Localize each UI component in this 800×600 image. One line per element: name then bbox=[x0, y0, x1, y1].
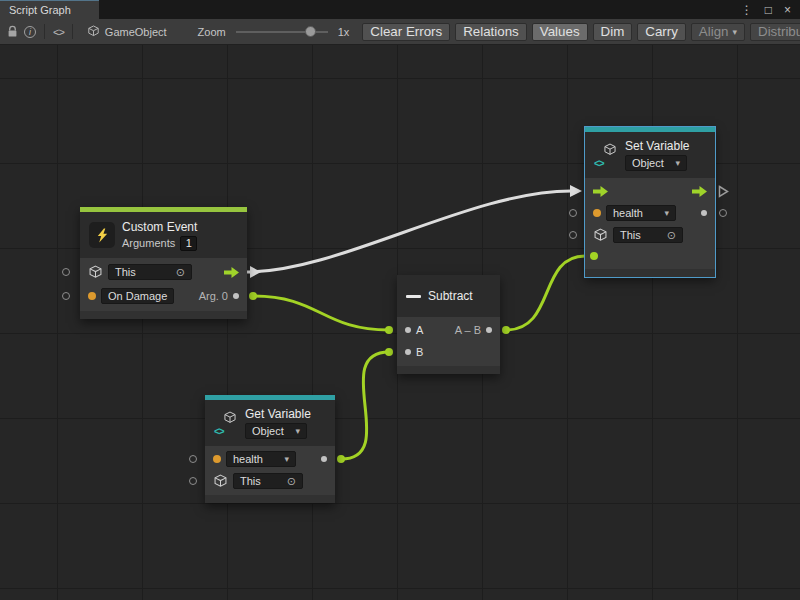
port-getvariable-value-out[interactable] bbox=[337, 455, 345, 463]
set-variable-name-row: health ▾ bbox=[585, 202, 715, 224]
flow-in-port-icon[interactable] bbox=[593, 186, 608, 197]
get-variable-header[interactable]: <> Get Variable Object ▾ bbox=[205, 400, 335, 446]
lock-icon[interactable] bbox=[6, 25, 19, 38]
port-subtract-a-in[interactable] bbox=[385, 326, 393, 334]
string-port-icon[interactable] bbox=[593, 209, 601, 217]
toolbar-separator bbox=[72, 24, 73, 39]
flow-out-port-icon[interactable] bbox=[224, 267, 239, 278]
relations-button[interactable]: Relations bbox=[455, 23, 527, 41]
a-port-icon[interactable] bbox=[405, 327, 411, 333]
node-footer bbox=[397, 366, 500, 374]
graph-canvas[interactable]: Custom Event Arguments 1 This ⊙ bbox=[0, 45, 800, 600]
chevron-down-icon: ▾ bbox=[664, 208, 669, 218]
subtract-row-a: A A – B bbox=[397, 319, 500, 341]
scope-value: Object bbox=[252, 425, 284, 437]
flow-arrowhead-end bbox=[570, 185, 582, 197]
variable-icon: <> bbox=[594, 143, 618, 167]
align-button[interactable]: Align ▾ bbox=[691, 23, 745, 41]
port-arg0-out[interactable] bbox=[249, 292, 257, 300]
target-value: This bbox=[240, 475, 261, 487]
node-get-variable[interactable]: <> Get Variable Object ▾ health ▾ bbox=[205, 395, 335, 503]
string-port-icon[interactable] bbox=[213, 455, 221, 463]
port-subtract-result-out[interactable] bbox=[502, 326, 510, 334]
result-port-icon[interactable] bbox=[486, 327, 492, 333]
port-customevent-name-in[interactable] bbox=[62, 292, 70, 300]
port-setvariable-flow-out[interactable] bbox=[718, 185, 729, 198]
scope-value: Object bbox=[632, 157, 664, 169]
port-getvariable-target-in[interactable] bbox=[189, 477, 197, 485]
distribute-button[interactable]: Distribute ▾ bbox=[750, 23, 800, 41]
distribute-label: Distribute bbox=[758, 24, 800, 39]
subtract-icon bbox=[406, 295, 421, 298]
zoom-slider-handle[interactable] bbox=[305, 26, 316, 37]
gameobject-icon bbox=[87, 25, 100, 38]
graph-toolbar: i <> GameObject Zoom 1x Clear Errors Rel… bbox=[0, 19, 800, 45]
node-title: Custom Event bbox=[122, 220, 197, 234]
value-out-port-icon[interactable] bbox=[701, 210, 707, 216]
target-field[interactable]: This ⊙ bbox=[108, 264, 192, 280]
carry-button[interactable]: Carry bbox=[637, 23, 686, 41]
target-picker-icon[interactable]: ⊙ bbox=[287, 476, 296, 486]
window-menu-icon[interactable]: ⋮ bbox=[741, 3, 753, 17]
variable-name-value: health bbox=[613, 207, 643, 219]
string-port-icon[interactable] bbox=[88, 292, 96, 300]
arguments-count-field[interactable]: 1 bbox=[180, 236, 197, 251]
port-subtract-b-in[interactable] bbox=[385, 348, 393, 356]
wire-value-arg0-subtractA[interactable] bbox=[253, 296, 389, 330]
zoom-value: 1x bbox=[338, 26, 350, 38]
custom-event-icon bbox=[89, 222, 115, 248]
gameobject-label[interactable]: GameObject bbox=[105, 26, 167, 38]
target-picker-icon[interactable]: ⊙ bbox=[667, 230, 676, 240]
target-picker-icon[interactable]: ⊙ bbox=[176, 267, 185, 277]
wire-value-subtract-setvariable[interactable] bbox=[506, 256, 585, 330]
port-setvariable-target-in[interactable] bbox=[569, 231, 577, 239]
arg0-port-icon[interactable] bbox=[233, 293, 239, 299]
port-setvariable-value-out[interactable] bbox=[719, 209, 727, 217]
wire-flow-customevent-setvariable[interactable] bbox=[247, 191, 571, 272]
custom-event-header[interactable]: Custom Event Arguments 1 bbox=[80, 212, 247, 258]
custom-event-name-row: On Damage Arg. 0 bbox=[80, 284, 247, 308]
subtract-row-b: B bbox=[397, 341, 500, 363]
value-in-port-icon[interactable] bbox=[590, 252, 598, 260]
variable-icon: <> bbox=[214, 411, 238, 435]
tab-script-graph[interactable]: Script Graph bbox=[0, 0, 99, 19]
value-out-port-icon[interactable] bbox=[321, 456, 327, 462]
node-custom-event[interactable]: Custom Event Arguments 1 This ⊙ bbox=[80, 207, 247, 319]
variable-scope-dropdown[interactable]: Object ▾ bbox=[245, 423, 307, 439]
port-customevent-flow-in[interactable] bbox=[62, 268, 70, 276]
a-label: A bbox=[416, 324, 423, 336]
node-set-variable[interactable]: <> Set Variable Object ▾ bbox=[585, 127, 715, 277]
event-name-field[interactable]: On Damage bbox=[101, 288, 174, 304]
flow-out-port-icon[interactable] bbox=[692, 186, 707, 197]
node-subtract[interactable]: Subtract A A – B B bbox=[397, 275, 500, 374]
align-label: Align bbox=[699, 24, 729, 39]
code-icon[interactable]: <> bbox=[53, 26, 64, 38]
toolbar-separator bbox=[44, 24, 45, 39]
target-field[interactable]: This ⊙ bbox=[613, 227, 683, 243]
port-getvariable-name-in[interactable] bbox=[189, 455, 197, 463]
info-icon[interactable]: i bbox=[24, 26, 36, 38]
tab-title: Script Graph bbox=[9, 4, 71, 16]
set-variable-header[interactable]: <> Set Variable Object ▾ bbox=[585, 132, 715, 178]
close-icon[interactable]: × bbox=[784, 3, 791, 17]
arg0-label: Arg. 0 bbox=[199, 290, 228, 302]
dim-button[interactable]: Dim bbox=[593, 23, 633, 41]
variable-name-value: health bbox=[233, 453, 263, 465]
port-setvariable-name-in[interactable] bbox=[569, 209, 577, 217]
clear-errors-button[interactable]: Clear Errors bbox=[362, 23, 450, 41]
set-variable-flow-row bbox=[585, 180, 715, 202]
maximize-icon[interactable]: □ bbox=[765, 3, 772, 17]
variable-name-dropdown[interactable]: health ▾ bbox=[606, 205, 676, 221]
flow-arrowhead-start bbox=[250, 266, 261, 278]
wire-value-getvariable-subtractB[interactable] bbox=[341, 352, 389, 459]
values-button[interactable]: Values bbox=[532, 23, 588, 41]
chevron-down-icon: ▾ bbox=[675, 158, 680, 168]
subtract-header[interactable]: Subtract bbox=[397, 275, 500, 317]
b-port-icon[interactable] bbox=[405, 349, 411, 355]
chevron-down-icon: ▾ bbox=[295, 426, 300, 436]
target-field[interactable]: This ⊙ bbox=[233, 473, 303, 489]
zoom-slider[interactable] bbox=[236, 31, 328, 33]
variable-scope-dropdown[interactable]: Object ▾ bbox=[625, 155, 687, 171]
variable-name-dropdown[interactable]: health ▾ bbox=[226, 451, 296, 467]
chevron-down-icon: ▾ bbox=[284, 454, 289, 464]
